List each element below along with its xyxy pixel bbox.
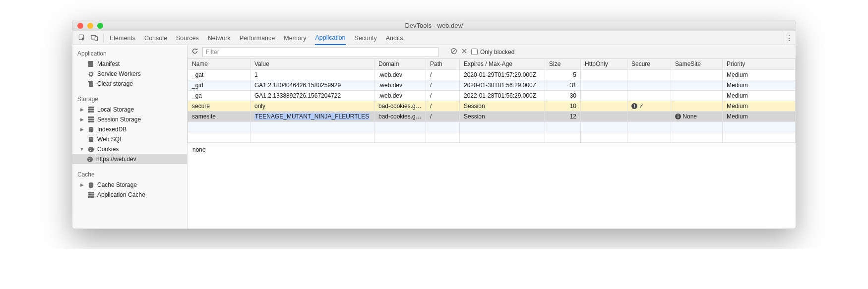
cell <box>581 111 627 121</box>
tab-audits[interactable]: Audits <box>386 31 403 45</box>
svg-point-15 <box>88 126 93 128</box>
table-row[interactable]: _gidGA1.2.1804046426.1580259929.web.dev/… <box>188 80 796 90</box>
sidebar-item-local-storage[interactable]: ▶Local Storage <box>72 105 187 115</box>
sidebar-item-clear-storage[interactable]: Clear storage <box>72 79 187 89</box>
cell-empty <box>671 121 723 132</box>
sidebar-item-application-cache[interactable]: Application Cache <box>72 190 187 200</box>
cell: only <box>250 101 374 111</box>
svg-point-19 <box>91 148 92 149</box>
more-options-icon[interactable]: ⋮ <box>782 31 796 45</box>
minimize-window-button[interactable] <box>87 23 93 29</box>
tab-application[interactable]: Application <box>315 31 345 45</box>
sidebar-section-storage: Storage <box>72 93 187 105</box>
only-blocked-checkbox[interactable] <box>471 49 478 55</box>
column-header-secure[interactable]: Secure <box>627 59 671 69</box>
column-header-value[interactable]: Value <box>250 59 374 69</box>
refresh-icon[interactable] <box>191 48 198 56</box>
chevron-right-icon[interactable]: ▶ <box>79 107 84 112</box>
cell: 1 <box>250 69 374 80</box>
cell: i None <box>671 111 723 121</box>
cell: bad-cookies.g… <box>374 111 426 121</box>
cookies-filterbar: Only blocked <box>187 45 796 59</box>
clear-all-icon[interactable] <box>450 48 457 56</box>
chevron-down-icon[interactable]: ▼ <box>79 147 84 152</box>
tab-performance[interactable]: Performance <box>240 31 275 45</box>
column-header-samesite[interactable]: SameSite <box>671 59 723 69</box>
cell <box>627 69 671 80</box>
sidebar-item-session-storage[interactable]: ▶Session Storage <box>72 115 187 124</box>
sidebar-item-cookies[interactable]: ▼Cookies <box>72 144 187 154</box>
cell: Medium <box>723 90 796 101</box>
cell-empty <box>545 121 581 132</box>
tab-security[interactable]: Security <box>355 31 377 45</box>
sidebar-item-cookie-origin[interactable]: https://web.dev <box>72 154 187 164</box>
cell <box>671 69 723 80</box>
column-header-priority[interactable]: Priority <box>723 59 796 69</box>
window-controls <box>72 23 103 29</box>
sidebar-item-service-workers[interactable]: Service Workers <box>72 69 187 79</box>
cell-empty <box>627 132 671 142</box>
sidebar-section-cache: Cache <box>72 168 187 180</box>
svg-rect-11 <box>88 116 94 122</box>
column-header-domain[interactable]: Domain <box>374 59 426 69</box>
svg-rect-5 <box>88 81 93 82</box>
table-row-empty <box>188 121 796 132</box>
inspect-element-icon[interactable] <box>78 34 86 42</box>
svg-point-21 <box>87 156 92 162</box>
cell-empty <box>250 132 374 142</box>
column-header-size[interactable]: Size <box>545 59 581 69</box>
toggle-device-icon[interactable] <box>91 34 98 42</box>
cell: Medium <box>723 80 796 90</box>
svg-rect-7 <box>88 107 94 113</box>
sidebar-item-indexeddb[interactable]: ▶IndexedDB <box>72 124 187 134</box>
tab-network[interactable]: Network <box>208 31 231 45</box>
cell-empty <box>374 121 426 132</box>
cell <box>671 90 723 101</box>
cell: .web.dev <box>374 80 426 90</box>
cookie-detail-value: none <box>192 146 206 153</box>
sidebar-item-label: Web SQL <box>97 136 123 143</box>
chevron-right-icon[interactable]: ▶ <box>79 127 84 132</box>
close-window-button[interactable] <box>77 23 83 29</box>
db-grid-icon <box>87 192 94 198</box>
column-header-expires-max-age[interactable]: Expires / Max-Age <box>460 59 545 69</box>
tab-elements[interactable]: Elements <box>110 31 135 45</box>
zoom-window-button[interactable] <box>97 23 103 29</box>
tab-console[interactable]: Console <box>144 31 167 45</box>
sidebar-item-cache-storage[interactable]: ▶Cache Storage <box>72 180 187 190</box>
cell <box>671 101 723 111</box>
filter-input[interactable] <box>202 47 438 57</box>
table-row[interactable]: secureonlybad-cookies.g…/Session10i ✓Med… <box>188 101 796 111</box>
sidebar-item-manifest[interactable]: Manifest <box>72 59 187 69</box>
chevron-right-icon[interactable]: ▶ <box>79 117 84 122</box>
svg-rect-8 <box>88 109 94 109</box>
tab-memory[interactable]: Memory <box>284 31 306 45</box>
column-header-path[interactable]: Path <box>426 59 460 69</box>
table-row-empty <box>188 132 796 142</box>
svg-rect-12 <box>88 118 94 119</box>
column-header-name[interactable]: Name <box>188 59 250 69</box>
svg-rect-2 <box>95 37 97 41</box>
cookies-panel: Only blocked NameValueDomainPathExpires … <box>187 45 796 229</box>
cell-empty <box>545 132 581 142</box>
sidebar-item-web-sql[interactable]: Web SQL <box>72 134 187 144</box>
cell-empty <box>250 121 374 132</box>
sidebar-item-label: Clear storage <box>97 80 133 87</box>
column-header-httponly[interactable]: HttpOnly <box>581 59 627 69</box>
cell: i ✓ <box>627 101 671 111</box>
table-row[interactable]: samesiteTEENAGE_MUTANT_NINJA_FLEURTLESba… <box>188 111 796 121</box>
cell: / <box>426 101 460 111</box>
db-grid-icon <box>87 116 94 122</box>
sidebar-item-label: Session Storage <box>97 116 141 123</box>
tab-sources[interactable]: Sources <box>176 31 199 45</box>
table-row[interactable]: _gat1.web.dev/2020-01-29T01:57:29.000Z5M… <box>188 69 796 80</box>
delete-selected-icon[interactable] <box>461 48 467 56</box>
cell: .web.dev <box>374 69 426 80</box>
cell-empty <box>723 132 796 142</box>
table-row[interactable]: _gaGA1.2.1338892726.1567204722.web.dev/2… <box>188 90 796 101</box>
cell-empty <box>460 121 545 132</box>
chevron-right-icon[interactable]: ▶ <box>79 182 84 187</box>
cell <box>627 111 671 121</box>
sidebar-item-label: IndexedDB <box>97 126 126 133</box>
only-blocked-toggle[interactable]: Only blocked <box>471 49 514 56</box>
